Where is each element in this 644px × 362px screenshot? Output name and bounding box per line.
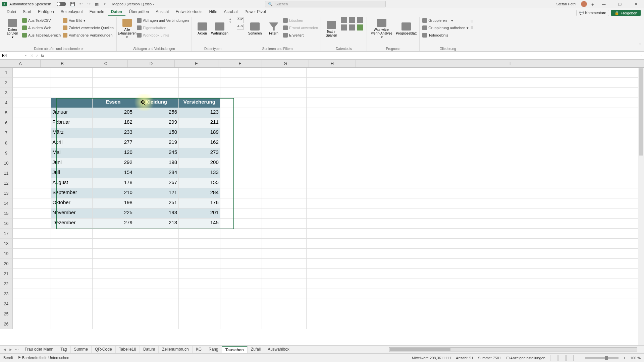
undo-icon[interactable]: ↶ bbox=[78, 1, 84, 7]
row-header-1[interactable]: 1 bbox=[0, 68, 13, 78]
cell[interactable] bbox=[179, 319, 220, 329]
sheet-tab-zeilenumbruch[interactable]: Zeilenumbruch bbox=[159, 346, 192, 353]
row-header-6[interactable]: 6 bbox=[0, 118, 13, 128]
cell[interactable]: 123 bbox=[179, 108, 220, 118]
cell[interactable] bbox=[307, 148, 351, 158]
row-header-19[interactable]: 19 bbox=[0, 249, 13, 259]
menu-tab-power pivot[interactable]: Power Pivot bbox=[241, 8, 269, 16]
cell[interactable] bbox=[262, 319, 307, 329]
cell[interactable] bbox=[13, 219, 51, 229]
row-header-10[interactable]: 10 bbox=[0, 158, 13, 168]
cell[interactable] bbox=[351, 289, 644, 299]
cell[interactable]: 210 bbox=[93, 188, 134, 198]
row-header-7[interactable]: 7 bbox=[0, 128, 13, 138]
sheet-tab-tag[interactable]: Tag bbox=[57, 346, 70, 353]
cell[interactable] bbox=[307, 229, 351, 239]
sort-za-icon[interactable]: Z↓A bbox=[237, 24, 244, 30]
cell[interactable] bbox=[179, 259, 220, 269]
cell[interactable] bbox=[13, 269, 51, 279]
cell[interactable] bbox=[13, 148, 51, 158]
cell[interactable] bbox=[51, 68, 93, 78]
display-settings[interactable]: 🖵 Anzeigeeinstellungen bbox=[506, 356, 545, 360]
file-name[interactable]: Mappe3 (version 1).xlsb bbox=[112, 2, 152, 6]
cell[interactable]: Mai bbox=[51, 148, 93, 158]
cell[interactable]: 251 bbox=[134, 198, 179, 208]
cell[interactable]: Februar bbox=[51, 118, 93, 128]
cell[interactable] bbox=[307, 289, 351, 299]
tab-nav-prev[interactable]: ◄ bbox=[3, 347, 7, 352]
menu-tab-einfügen[interactable]: Einfügen bbox=[35, 8, 57, 16]
cell[interactable] bbox=[262, 128, 307, 138]
row-header-15[interactable]: 15 bbox=[0, 208, 13, 219]
cell[interactable] bbox=[179, 68, 220, 78]
cell[interactable]: Januar bbox=[51, 108, 93, 118]
cell[interactable] bbox=[262, 148, 307, 158]
cell[interactable] bbox=[351, 309, 644, 319]
cell[interactable] bbox=[134, 269, 179, 279]
sheet-tab-kg[interactable]: KG bbox=[193, 346, 205, 353]
cell[interactable] bbox=[13, 68, 51, 78]
cell[interactable] bbox=[262, 88, 307, 98]
cell[interactable]: 245 bbox=[134, 148, 179, 158]
teilergebnis-button[interactable]: Teilergebnis bbox=[422, 32, 469, 39]
cell[interactable] bbox=[134, 299, 179, 309]
cell[interactable] bbox=[220, 148, 262, 158]
cell[interactable] bbox=[13, 118, 51, 128]
cell[interactable] bbox=[134, 309, 179, 319]
cell[interactable] bbox=[13, 259, 51, 269]
row-header-12[interactable]: 12 bbox=[0, 178, 13, 188]
cell[interactable] bbox=[262, 178, 307, 188]
cell[interactable] bbox=[351, 88, 644, 98]
grid[interactable]: 1234567891011121314151617181920212223242… bbox=[0, 68, 644, 349]
redo-icon[interactable]: ↷ bbox=[86, 1, 92, 7]
cell[interactable] bbox=[134, 229, 179, 239]
cell[interactable] bbox=[93, 68, 134, 78]
gruppieren-button[interactable]: Gruppieren ▾ bbox=[422, 17, 469, 24]
cell[interactable] bbox=[351, 269, 644, 279]
cell[interactable] bbox=[262, 208, 307, 219]
view-break-icon[interactable] bbox=[566, 355, 574, 361]
cell[interactable] bbox=[13, 198, 51, 208]
col-header-E[interactable]: E bbox=[175, 60, 218, 67]
menu-tab-formeln[interactable]: Formeln bbox=[86, 8, 108, 16]
cell[interactable] bbox=[307, 108, 351, 118]
cell[interactable]: Versicherung bbox=[179, 98, 220, 108]
cell[interactable] bbox=[93, 289, 134, 299]
cell[interactable] bbox=[51, 249, 93, 259]
row-header-17[interactable]: 17 bbox=[0, 229, 13, 239]
cell[interactable] bbox=[351, 188, 644, 198]
row-header-14[interactable]: 14 bbox=[0, 198, 13, 208]
row-header-13[interactable]: 13 bbox=[0, 188, 13, 198]
cell[interactable]: April bbox=[51, 138, 93, 148]
cell[interactable] bbox=[220, 259, 262, 269]
cell[interactable] bbox=[13, 208, 51, 219]
cell[interactable]: 299 bbox=[134, 118, 179, 128]
cell[interactable] bbox=[351, 198, 644, 208]
cell[interactable] bbox=[307, 138, 351, 148]
cell[interactable] bbox=[307, 269, 351, 279]
cell[interactable] bbox=[220, 279, 262, 289]
cell[interactable] bbox=[351, 138, 644, 148]
row-header-22[interactable]: 22 bbox=[0, 279, 13, 289]
cell[interactable] bbox=[351, 239, 644, 249]
cell[interactable] bbox=[220, 158, 262, 168]
cell[interactable] bbox=[13, 158, 51, 168]
cell[interactable] bbox=[220, 208, 262, 219]
cell[interactable] bbox=[307, 198, 351, 208]
vorhandene-verb-button[interactable]: Vorhandene Verbindungen bbox=[63, 32, 114, 39]
cell[interactable]: 193 bbox=[134, 208, 179, 219]
view-layout-icon[interactable] bbox=[558, 355, 566, 361]
cell[interactable] bbox=[93, 239, 134, 249]
tab-nav-next[interactable]: ► bbox=[9, 347, 13, 352]
cell[interactable] bbox=[351, 249, 644, 259]
cell[interactable] bbox=[220, 128, 262, 138]
sheet-tab-datum[interactable]: Datum bbox=[140, 346, 159, 353]
sheet-tab-auswahlbox[interactable]: Auswahlbox bbox=[264, 346, 293, 353]
daten-abrufen-button[interactable]: Daten abrufen ▾ bbox=[5, 17, 20, 41]
cell[interactable]: 267 bbox=[134, 178, 179, 188]
cell[interactable] bbox=[262, 118, 307, 128]
cell[interactable] bbox=[307, 78, 351, 88]
cell[interactable] bbox=[13, 78, 51, 88]
cell[interactable] bbox=[13, 88, 51, 98]
cell[interactable] bbox=[307, 98, 351, 108]
